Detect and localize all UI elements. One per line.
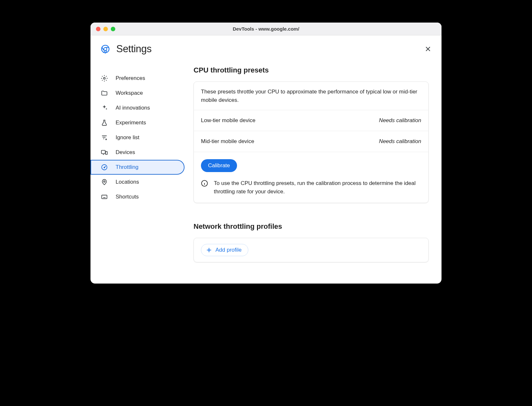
network-throttling-heading: Network throttling profiles — [194, 222, 429, 231]
traffic-lights — [90, 27, 115, 31]
svg-point-2 — [103, 77, 105, 79]
sidebar-item-ignore-list[interactable]: Ignore list — [90, 130, 185, 145]
sidebar-item-throttling[interactable]: Throttling — [90, 160, 185, 175]
plus-icon — [206, 247, 212, 253]
main-content: CPU throttling presets These presets thr… — [187, 35, 442, 284]
sidebar-item-label: AI innovations — [116, 105, 150, 111]
gear-icon — [101, 75, 108, 82]
sidebar-item-label: Preferences — [116, 75, 145, 82]
close-icon — [424, 45, 432, 53]
add-profile-label: Add profile — [215, 247, 242, 253]
titlebar: DevTools - www.google.com/ — [90, 23, 442, 35]
window-title: DevTools - www.google.com/ — [90, 26, 442, 32]
preset-name: Mid-tier mobile device — [201, 138, 254, 145]
sparkle-icon — [101, 104, 108, 111]
sidebar-item-label: Throttling — [116, 164, 138, 170]
svg-point-6 — [104, 181, 105, 182]
sidebar-item-label: Workspace — [116, 90, 143, 96]
svg-point-5 — [104, 167, 105, 168]
folder-icon — [101, 90, 108, 97]
window-minimize-button[interactable] — [103, 27, 108, 31]
preset-row-low-tier: Low-tier mobile device Needs calibration — [194, 110, 428, 131]
sidebar-item-shortcuts[interactable]: Shortcuts — [90, 189, 185, 204]
filter-x-icon — [101, 134, 108, 141]
sidebar-item-label: Devices — [116, 149, 135, 156]
calibration-info: To use the CPU throttling presets, run t… — [194, 179, 428, 203]
calibrate-button[interactable]: Calibrate — [201, 159, 237, 172]
sidebar-item-ai-innovations[interactable]: AI innovations — [90, 101, 185, 115]
preset-row-mid-tier: Mid-tier mobile device Needs calibration — [194, 131, 428, 152]
sidebar-item-experiments[interactable]: Experiments — [90, 115, 185, 130]
close-settings-button[interactable] — [422, 43, 434, 55]
sidebar-item-workspace[interactable]: Workspace — [90, 86, 185, 101]
window-close-button[interactable] — [96, 27, 100, 31]
gauge-icon — [101, 164, 108, 171]
info-text: To use the CPU throttling presets, run t… — [214, 179, 421, 196]
sidebar-item-label: Experiments — [116, 120, 146, 126]
sidebar-item-label: Locations — [116, 179, 139, 185]
info-icon — [201, 180, 208, 187]
network-profiles-card: Add profile — [194, 238, 429, 262]
sidebar-item-preferences[interactable]: Preferences — [90, 71, 185, 86]
page-title: Settings — [116, 43, 152, 55]
cpu-presets-description: These presets throttle your CPU to appro… — [194, 82, 428, 110]
pin-icon — [101, 179, 108, 186]
add-profile-button[interactable]: Add profile — [201, 244, 248, 256]
settings-header: Settings — [101, 43, 152, 55]
svg-rect-4 — [106, 151, 108, 154]
devtools-window: DevTools - www.google.com/ Settings — [90, 23, 442, 284]
sidebar-item-devices[interactable]: Devices — [90, 145, 185, 160]
devices-icon — [101, 149, 108, 156]
preset-name: Low-tier mobile device — [201, 117, 255, 124]
chrome-logo-icon — [101, 44, 110, 53]
svg-point-1 — [104, 47, 107, 50]
keyboard-icon — [101, 193, 108, 200]
svg-rect-7 — [102, 195, 107, 199]
flask-icon — [101, 119, 108, 126]
sidebar-item-label: Ignore list — [116, 134, 139, 141]
settings-sidebar: Preferences Workspace AI innovations Exp… — [90, 35, 187, 284]
cpu-throttling-heading: CPU throttling presets — [194, 66, 429, 74]
window-maximize-button[interactable] — [111, 27, 115, 31]
sidebar-item-locations[interactable]: Locations — [90, 175, 185, 189]
preset-status: Needs calibration — [379, 117, 421, 124]
cpu-presets-card: These presets throttle your CPU to appro… — [194, 82, 429, 203]
svg-rect-3 — [101, 150, 105, 154]
preset-status: Needs calibration — [379, 138, 421, 145]
sidebar-item-label: Shortcuts — [116, 194, 139, 200]
